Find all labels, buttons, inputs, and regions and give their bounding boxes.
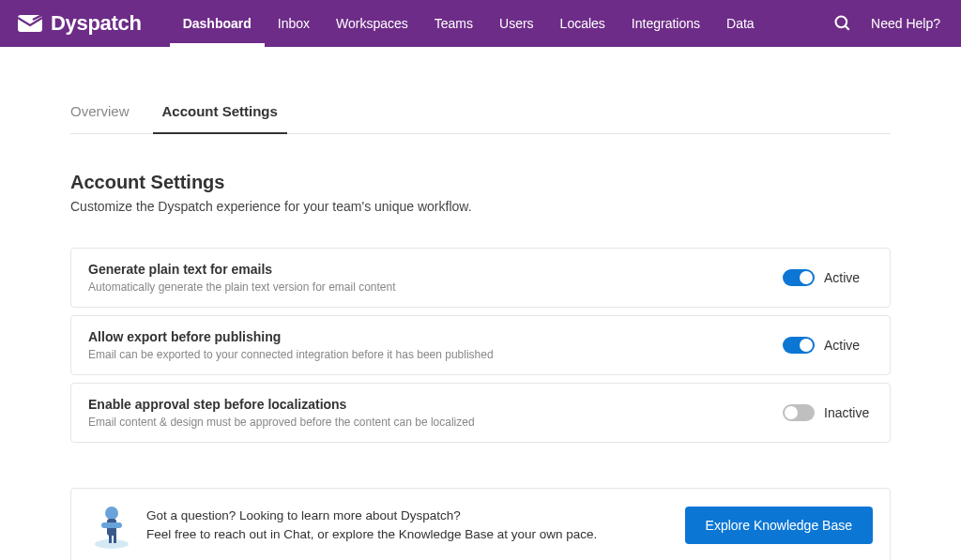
- help-line-1: Got a question? Looking to learn more ab…: [146, 507, 685, 525]
- toggle-approval-step[interactable]: [783, 404, 815, 421]
- nav-item-integrations[interactable]: Integrations: [618, 0, 713, 47]
- tab-overview[interactable]: Overview: [70, 103, 130, 133]
- nav-item-inbox[interactable]: Inbox: [265, 0, 323, 47]
- svg-rect-8: [114, 534, 116, 543]
- toggle-label: Active: [824, 338, 873, 353]
- nav-item-locales[interactable]: Locales: [547, 0, 618, 47]
- toggle-allow-export[interactable]: [783, 337, 815, 354]
- setting-title: Generate plain text for emails: [88, 262, 783, 277]
- setting-title: Enable approval step before localization…: [88, 397, 783, 412]
- help-line-2: Feel free to reach out in Chat, or explo…: [146, 525, 685, 544]
- logo[interactable]: Dyspatch: [17, 11, 142, 36]
- tab-account-settings[interactable]: Account Settings: [162, 103, 278, 133]
- explore-knowledge-base-button[interactable]: Explore Knowledge Base: [685, 507, 873, 544]
- svg-rect-7: [109, 534, 112, 543]
- nav-item-teams[interactable]: Teams: [421, 0, 486, 47]
- setting-desc: Email can be exported to your connected …: [88, 348, 783, 361]
- setting-plain-text: Generate plain text for emails Automatic…: [70, 248, 891, 308]
- settings-list: Generate plain text for emails Automatic…: [70, 248, 891, 443]
- nav-item-workspaces[interactable]: Workspaces: [323, 0, 421, 47]
- help-link[interactable]: Need Help?: [871, 16, 940, 31]
- page-title: Account Settings: [70, 172, 891, 193]
- search-icon[interactable]: [833, 14, 852, 33]
- help-illustration-icon: [88, 502, 135, 549]
- svg-point-1: [836, 17, 847, 28]
- nav-items: Dashboard Inbox Workspaces Teams Users L…: [170, 0, 833, 47]
- nav-item-data[interactable]: Data: [713, 0, 768, 47]
- nav-right: Need Help?: [833, 14, 944, 33]
- brand-name: Dyspatch: [51, 11, 142, 36]
- setting-desc: Email content & design must be approved …: [88, 416, 783, 429]
- help-card: Got a question? Looking to learn more ab…: [70, 488, 891, 560]
- tabs: Overview Account Settings: [70, 103, 891, 134]
- nav-item-dashboard[interactable]: Dashboard: [170, 0, 265, 47]
- setting-title: Allow export before publishing: [88, 329, 783, 344]
- svg-line-2: [846, 26, 849, 30]
- top-nav: Dyspatch Dashboard Inbox Workspaces Team…: [0, 0, 961, 47]
- toggle-label: Inactive: [824, 405, 873, 420]
- svg-point-4: [105, 507, 118, 520]
- svg-rect-6: [101, 522, 122, 528]
- main-content: Overview Account Settings Account Settin…: [0, 47, 961, 560]
- page-subtitle: Customize the Dyspatch experience for yo…: [70, 199, 891, 214]
- setting-allow-export: Allow export before publishing Email can…: [70, 315, 891, 375]
- setting-desc: Automatically generate the plain text ve…: [88, 280, 783, 294]
- envelope-icon: [17, 14, 43, 33]
- nav-item-users[interactable]: Users: [486, 0, 547, 47]
- setting-approval-step: Enable approval step before localization…: [70, 383, 891, 443]
- toggle-plain-text[interactable]: [783, 269, 815, 286]
- toggle-label: Active: [824, 270, 873, 285]
